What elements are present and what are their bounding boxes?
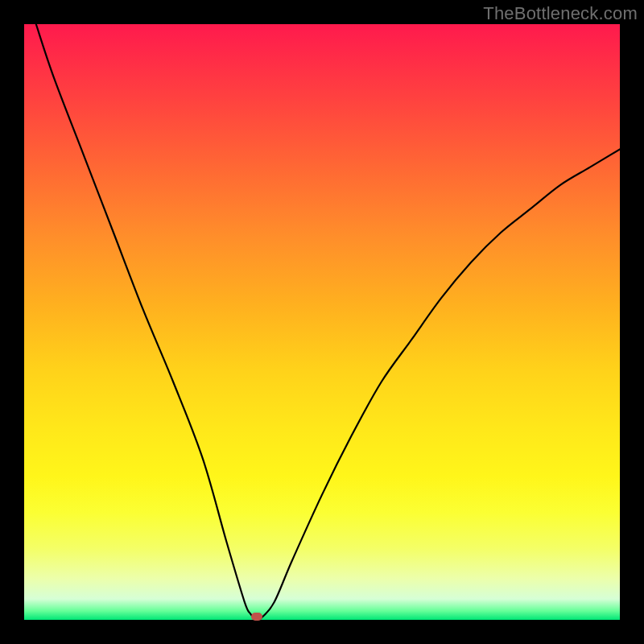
plot-area bbox=[24, 24, 620, 620]
chart-frame: TheBottleneck.com bbox=[0, 0, 644, 644]
curve-svg bbox=[24, 24, 620, 620]
bottleneck-curve bbox=[36, 24, 620, 620]
minimum-marker bbox=[251, 613, 262, 621]
watermark-text: TheBottleneck.com bbox=[483, 3, 638, 24]
